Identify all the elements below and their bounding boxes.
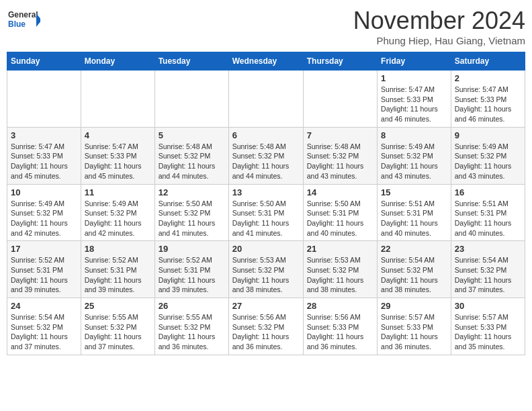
day-info: Sunrise: 5:47 AM Sunset: 5:33 PM Dayligh… <box>455 85 521 124</box>
day-cell-2-0: 10Sunrise: 5:49 AM Sunset: 5:32 PM Dayli… <box>7 184 81 241</box>
day-cell-0-1 <box>81 71 154 128</box>
day-cell-1-1: 4Sunrise: 5:47 AM Sunset: 5:33 PM Daylig… <box>81 127 154 184</box>
day-cell-0-5: 1Sunrise: 5:47 AM Sunset: 5:33 PM Daylig… <box>378 71 451 128</box>
day-info: Sunrise: 5:54 AM Sunset: 5:32 PM Dayligh… <box>11 312 77 352</box>
header-friday: Friday <box>378 52 451 71</box>
day-info: Sunrise: 5:49 AM Sunset: 5:32 PM Dayligh… <box>11 199 77 238</box>
day-cell-0-2 <box>154 71 228 128</box>
day-cell-3-3: 20Sunrise: 5:53 AM Sunset: 5:32 PM Dayli… <box>228 241 303 298</box>
day-cell-4-5: 29Sunrise: 5:57 AM Sunset: 5:33 PM Dayli… <box>378 298 451 355</box>
day-cell-0-6: 2Sunrise: 5:47 AM Sunset: 5:33 PM Daylig… <box>451 71 525 128</box>
day-info: Sunrise: 5:48 AM Sunset: 5:32 PM Dayligh… <box>307 142 373 181</box>
day-cell-1-2: 5Sunrise: 5:48 AM Sunset: 5:32 PM Daylig… <box>154 127 228 184</box>
day-cell-2-2: 12Sunrise: 5:50 AM Sunset: 5:32 PM Dayli… <box>154 184 228 241</box>
day-info: Sunrise: 5:55 AM Sunset: 5:32 PM Dayligh… <box>159 312 225 352</box>
header-sunday: Sunday <box>7 52 81 71</box>
month-title: November 2024 <box>353 7 525 35</box>
header-wednesday: Wednesday <box>228 52 303 71</box>
day-cell-1-4: 7Sunrise: 5:48 AM Sunset: 5:32 PM Daylig… <box>303 127 377 184</box>
week-row-1: 1Sunrise: 5:47 AM Sunset: 5:33 PM Daylig… <box>7 71 525 128</box>
day-number: 30 <box>455 301 521 311</box>
day-number: 18 <box>85 244 151 254</box>
day-cell-4-4: 28Sunrise: 5:56 AM Sunset: 5:33 PM Dayli… <box>303 298 377 355</box>
day-number: 20 <box>232 244 300 254</box>
day-cell-0-4 <box>303 71 377 128</box>
day-info: Sunrise: 5:49 AM Sunset: 5:32 PM Dayligh… <box>381 142 447 181</box>
svg-marker-2 <box>36 13 40 27</box>
day-info: Sunrise: 5:57 AM Sunset: 5:33 PM Dayligh… <box>381 312 447 352</box>
day-number: 26 <box>159 301 225 311</box>
day-cell-2-3: 13Sunrise: 5:50 AM Sunset: 5:31 PM Dayli… <box>228 184 303 241</box>
day-info: Sunrise: 5:55 AM Sunset: 5:32 PM Dayligh… <box>85 312 151 352</box>
location-subtitle: Phung Hiep, Hau Giang, Vietnam <box>353 35 525 46</box>
day-cell-4-0: 24Sunrise: 5:54 AM Sunset: 5:32 PM Dayli… <box>7 298 81 355</box>
day-info: Sunrise: 5:47 AM Sunset: 5:33 PM Dayligh… <box>85 142 151 181</box>
day-number: 8 <box>381 130 447 140</box>
day-cell-4-1: 25Sunrise: 5:55 AM Sunset: 5:32 PM Dayli… <box>81 298 154 355</box>
day-number: 22 <box>381 244 447 254</box>
day-info: Sunrise: 5:48 AM Sunset: 5:32 PM Dayligh… <box>232 142 300 181</box>
day-info: Sunrise: 5:53 AM Sunset: 5:32 PM Dayligh… <box>307 255 373 295</box>
day-number: 12 <box>159 187 225 197</box>
day-cell-3-1: 18Sunrise: 5:52 AM Sunset: 5:31 PM Dayli… <box>81 241 154 298</box>
day-info: Sunrise: 5:50 AM Sunset: 5:31 PM Dayligh… <box>307 199 373 238</box>
day-info: Sunrise: 5:47 AM Sunset: 5:33 PM Dayligh… <box>11 142 77 181</box>
calendar-header-row: SundayMondayTuesdayWednesdayThursdayFrid… <box>7 52 525 71</box>
title-area: November 2024 Phung Hiep, Hau Giang, Vie… <box>353 7 525 46</box>
header-monday: Monday <box>81 52 154 71</box>
week-row-5: 24Sunrise: 5:54 AM Sunset: 5:32 PM Dayli… <box>7 298 525 355</box>
day-number: 7 <box>307 130 373 140</box>
logo: General Blue <box>7 7 40 37</box>
day-info: Sunrise: 5:54 AM Sunset: 5:32 PM Dayligh… <box>455 255 521 295</box>
day-number: 25 <box>85 301 151 311</box>
day-info: Sunrise: 5:51 AM Sunset: 5:31 PM Dayligh… <box>455 199 521 238</box>
day-info: Sunrise: 5:49 AM Sunset: 5:32 PM Dayligh… <box>455 142 521 181</box>
header-saturday: Saturday <box>451 52 525 71</box>
day-number: 28 <box>307 301 373 311</box>
day-cell-3-6: 23Sunrise: 5:54 AM Sunset: 5:32 PM Dayli… <box>451 241 525 298</box>
header-thursday: Thursday <box>303 52 377 71</box>
calendar-body: 1Sunrise: 5:47 AM Sunset: 5:33 PM Daylig… <box>7 71 525 355</box>
day-number: 3 <box>11 130 77 140</box>
day-number: 16 <box>455 187 521 197</box>
day-cell-0-0 <box>7 71 81 128</box>
day-cell-2-1: 11Sunrise: 5:49 AM Sunset: 5:32 PM Dayli… <box>81 184 154 241</box>
day-info: Sunrise: 5:52 AM Sunset: 5:31 PM Dayligh… <box>159 255 225 295</box>
day-number: 5 <box>159 130 225 140</box>
day-cell-3-2: 19Sunrise: 5:52 AM Sunset: 5:31 PM Dayli… <box>154 241 228 298</box>
day-cell-2-6: 16Sunrise: 5:51 AM Sunset: 5:31 PM Dayli… <box>451 184 525 241</box>
day-number: 29 <box>381 301 447 311</box>
header-tuesday: Tuesday <box>154 52 228 71</box>
day-number: 1 <box>381 73 447 83</box>
day-number: 13 <box>232 187 300 197</box>
day-number: 11 <box>85 187 151 197</box>
day-number: 15 <box>381 187 447 197</box>
day-number: 2 <box>455 73 521 83</box>
day-info: Sunrise: 5:56 AM Sunset: 5:33 PM Dayligh… <box>307 312 373 352</box>
calendar-table: SundayMondayTuesdayWednesdayThursdayFrid… <box>7 52 525 355</box>
day-info: Sunrise: 5:47 AM Sunset: 5:33 PM Dayligh… <box>381 85 447 124</box>
day-cell-4-3: 27Sunrise: 5:56 AM Sunset: 5:32 PM Dayli… <box>228 298 303 355</box>
day-cell-1-6: 9Sunrise: 5:49 AM Sunset: 5:32 PM Daylig… <box>451 127 525 184</box>
day-cell-3-4: 21Sunrise: 5:53 AM Sunset: 5:32 PM Dayli… <box>303 241 377 298</box>
day-info: Sunrise: 5:49 AM Sunset: 5:32 PM Dayligh… <box>85 199 151 238</box>
day-number: 4 <box>85 130 151 140</box>
day-info: Sunrise: 5:52 AM Sunset: 5:31 PM Dayligh… <box>85 255 151 295</box>
day-number: 6 <box>232 130 300 140</box>
week-row-3: 10Sunrise: 5:49 AM Sunset: 5:32 PM Dayli… <box>7 184 525 241</box>
logo-svg: General Blue <box>7 7 40 37</box>
week-row-2: 3Sunrise: 5:47 AM Sunset: 5:33 PM Daylig… <box>7 127 525 184</box>
day-number: 21 <box>307 244 373 254</box>
day-cell-2-4: 14Sunrise: 5:50 AM Sunset: 5:31 PM Dayli… <box>303 184 377 241</box>
day-info: Sunrise: 5:51 AM Sunset: 5:31 PM Dayligh… <box>381 199 447 238</box>
day-number: 24 <box>11 301 77 311</box>
day-cell-1-5: 8Sunrise: 5:49 AM Sunset: 5:32 PM Daylig… <box>378 127 451 184</box>
page-header: General Blue November 2024 Phung Hiep, H… <box>7 7 525 46</box>
day-info: Sunrise: 5:54 AM Sunset: 5:32 PM Dayligh… <box>381 255 447 295</box>
day-cell-1-0: 3Sunrise: 5:47 AM Sunset: 5:33 PM Daylig… <box>7 127 81 184</box>
day-info: Sunrise: 5:53 AM Sunset: 5:32 PM Dayligh… <box>232 255 300 295</box>
day-number: 14 <box>307 187 373 197</box>
day-info: Sunrise: 5:48 AM Sunset: 5:32 PM Dayligh… <box>159 142 225 181</box>
day-info: Sunrise: 5:50 AM Sunset: 5:32 PM Dayligh… <box>159 199 225 238</box>
day-number: 27 <box>232 301 300 311</box>
